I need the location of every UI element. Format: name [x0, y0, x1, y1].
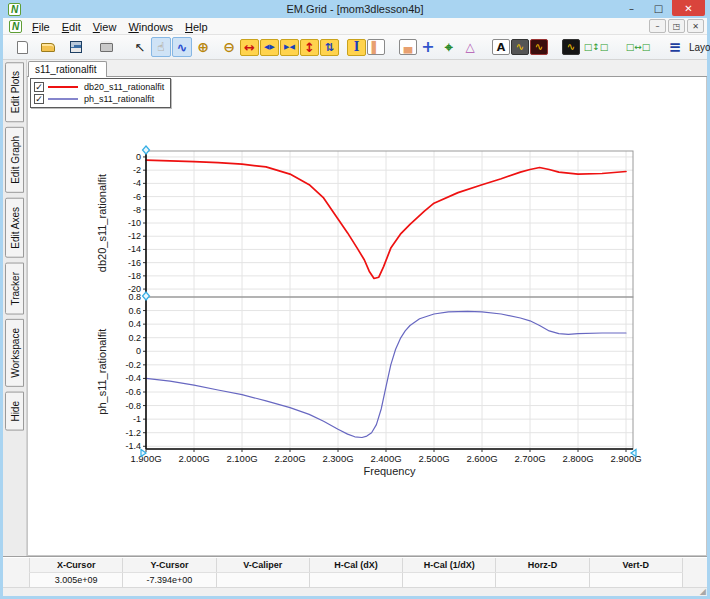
y-tick-label: -18 — [128, 271, 141, 281]
x-tick-label: 1.900G — [130, 453, 161, 464]
x-tick-label: 2.600G — [466, 453, 497, 464]
zoom-in-icon[interactable]: ⊕ — [193, 37, 213, 57]
document-logo-icon: N — [9, 20, 22, 33]
legend-line-sample — [48, 98, 78, 100]
y-tick-label: 0.4 — [128, 319, 141, 329]
y-tick-label: -10 — [128, 218, 141, 228]
mdi-restore-button[interactable]: ◳ — [668, 19, 685, 33]
copy-plot-icon[interactable]: ∿ — [511, 39, 529, 55]
shrink-vertical-icon[interactable]: ⇅ — [320, 39, 339, 56]
shrink-horizontal-icon[interactable]: ◀▶ — [260, 39, 279, 56]
window-body: N FileEditViewWindowsHelp –◳✕ ↖☝∿⊕⊖↔◀▶▶◀… — [3, 18, 707, 596]
app-window: N EM.Grid - [mom3dlesson4b] – □ ✕ N File… — [0, 0, 710, 599]
save-icon[interactable] — [66, 37, 86, 57]
layout-icon[interactable]: ≡ — [665, 37, 685, 57]
mdi-minimize-button[interactable]: – — [649, 19, 666, 33]
x-tick-label: 2.700G — [514, 453, 545, 464]
crosshair-icon[interactable]: + — [418, 37, 438, 57]
status-value-y-cursor: -7.394e+00 — [123, 573, 216, 587]
sidebar-tab-edit-graph[interactable]: Edit Graph — [5, 127, 24, 193]
x-tick-label: 2.300G — [322, 453, 353, 464]
mdi-window-controls: –◳✕ — [649, 19, 704, 33]
menu-item-help[interactable]: Help — [179, 20, 214, 34]
left-panel-icon[interactable]: ▌ — [367, 39, 385, 55]
x-tick-label: 2.800G — [562, 453, 593, 464]
bottom-panel-icon[interactable]: ▄ — [399, 39, 417, 55]
new-document-icon[interactable] — [12, 37, 32, 57]
mdi-close-button[interactable]: ✕ — [687, 19, 704, 33]
status-label-x-cursor: X-Cursor — [29, 558, 123, 572]
sidebar-tab-rail: Edit PlotsEdit GraphEdit AxesTrackerWork… — [3, 60, 27, 556]
cursor-status-bar: X-CursorY-CursorV-CaliperH-Cal (dX)H-Cal… — [3, 556, 707, 587]
x-axis-label: Frequency — [363, 465, 415, 477]
maximize-button[interactable]: □ — [645, 0, 672, 16]
status-value-v-caliper — [217, 573, 310, 587]
x-tick-label: 2.900G — [610, 453, 641, 464]
menu-item-view[interactable]: View — [87, 20, 123, 34]
status-header-row: X-CursorY-CursorV-CaliperH-Cal (dX)H-Cal… — [29, 558, 683, 572]
menu-item-file[interactable]: File — [26, 20, 56, 34]
status-value-vert-d — [590, 573, 683, 587]
pan-hand-icon[interactable]: ☝ — [151, 37, 171, 57]
x-tick-label: 2.000G — [178, 453, 209, 464]
y-tick-label: 0 — [136, 152, 141, 162]
plot-style-red-icon[interactable]: ∿ — [530, 39, 548, 55]
menu-item-windows[interactable]: Windows — [122, 20, 179, 34]
legend: ✓db20_s11_rationalfit✓ph_s11_rationalfit — [30, 78, 171, 108]
split-vertical-icon[interactable]: □↕□ — [581, 37, 611, 57]
split-horizontal-icon[interactable]: □↔□ — [623, 37, 653, 57]
pointer-icon[interactable]: ↖ — [130, 37, 150, 57]
legend-checkbox[interactable]: ✓ — [34, 82, 44, 92]
y-tick-label: 0.8 — [128, 292, 141, 302]
y-tick-label: -0.8 — [125, 401, 141, 411]
sidebar-tab-workspace[interactable]: Workspace — [5, 319, 24, 387]
plot-style-dark-icon[interactable]: ∿ — [562, 39, 580, 55]
sidebar-tab-edit-plots[interactable]: Edit Plots — [5, 62, 24, 122]
x-tick-label: 2.200G — [274, 453, 305, 464]
text-annotation-icon[interactable]: A — [492, 39, 510, 55]
legend-entry: ✓ph_s11_rationalfit — [34, 93, 164, 105]
legend-checkbox[interactable]: ✓ — [34, 94, 44, 104]
document-tab[interactable]: s11_rationalfit — [28, 61, 108, 77]
minimize-button[interactable]: – — [618, 0, 645, 16]
menu-item-edit[interactable]: Edit — [56, 20, 87, 34]
layout-button-label[interactable]: Layout — [689, 42, 710, 53]
plot-canvas[interactable]: 0-2-4-6-8-10-12-14-16-18-20db20_s11_rati… — [28, 77, 708, 547]
sidebar-tab-edit-axes[interactable]: Edit Axes — [5, 198, 24, 258]
status-value-x-cursor: 3.005e+09 — [29, 573, 123, 587]
y-tick-label: -1.4 — [125, 441, 141, 451]
window-controls: – □ ✕ — [618, 0, 705, 16]
expand-horizontal-icon[interactable]: ↔ — [240, 39, 259, 56]
fit-vertical-icon[interactable]: Ι — [347, 39, 366, 56]
tracker-icon[interactable]: ⌖ — [439, 37, 459, 57]
zoom-out-icon[interactable]: ⊖ — [219, 37, 239, 57]
sidebar-tab-hide[interactable]: Hide — [5, 392, 24, 431]
print-icon[interactable] — [96, 37, 116, 57]
x-tick-label: 2.400G — [370, 453, 401, 464]
y-tick-label: 0 — [136, 346, 141, 356]
zoom-region-icon[interactable]: ∿ — [172, 37, 192, 57]
y-axis-handle[interactable] — [142, 292, 149, 300]
y-tick-label: -1.2 — [125, 428, 141, 438]
resize-grip-icon[interactable]: ◢ — [700, 588, 706, 596]
caliper-delta-icon[interactable]: △ — [460, 37, 480, 57]
y-tick-label: -1 — [133, 414, 141, 424]
open-folder-icon[interactable] — [38, 37, 58, 57]
close-button[interactable]: ✕ — [672, 0, 705, 16]
y-tick-label: -12 — [128, 231, 141, 241]
toolbar: ↖☝∿⊕⊖↔◀▶▶◀↕⇅Ι▌▄+⌖△A∿∿∿□↕□□↔□≡Layout▾ — [3, 35, 707, 60]
legend-label: ph_s11_rationalfit — [84, 94, 154, 104]
sidebar-tab-tracker[interactable]: Tracker — [5, 263, 24, 315]
y-axis-handle[interactable] — [142, 146, 149, 154]
window-title: EM.Grid - [mom3dlesson4b] — [3, 0, 707, 18]
expand-vertical-icon[interactable]: ↕ — [300, 39, 319, 56]
legend-line-sample — [48, 86, 78, 88]
y-tick-label: -2 — [133, 165, 141, 175]
status-value-row: 3.005e+09-7.394e+00 — [29, 572, 683, 587]
fit-horizontal-icon[interactable]: ▶◀ — [280, 39, 299, 56]
status-value-h-cal-dx- — [310, 573, 403, 587]
y-tick-label: -0.2 — [125, 360, 141, 370]
y-tick-label: 0.2 — [128, 333, 141, 343]
status-label-y-cursor: Y-Cursor — [123, 558, 216, 572]
status-label-v-caliper: V-Caliper — [217, 558, 310, 572]
